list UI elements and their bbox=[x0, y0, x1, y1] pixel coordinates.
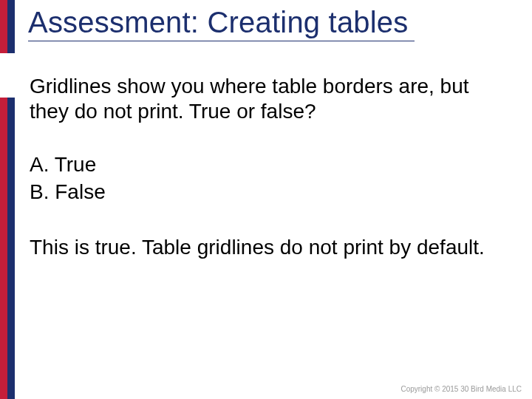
slide-title: Assessment: Creating tables bbox=[28, 6, 415, 41]
answer-text: This is true. Table gridlines do not pri… bbox=[30, 235, 502, 260]
stripe-gap bbox=[0, 53, 15, 98]
option-b: B. False bbox=[30, 179, 502, 205]
question-text: Gridlines show you where table borders a… bbox=[30, 74, 502, 123]
side-stripe bbox=[0, 0, 15, 399]
copyright-text: Copyright © 2015 30 Bird Media LLC bbox=[400, 385, 522, 393]
slide: Assessment: Creating tables Gridlines sh… bbox=[0, 0, 532, 399]
options-list: A. True B. False bbox=[30, 151, 502, 205]
slide-body: Gridlines show you where table borders a… bbox=[30, 74, 502, 260]
option-a: A. True bbox=[30, 151, 502, 178]
